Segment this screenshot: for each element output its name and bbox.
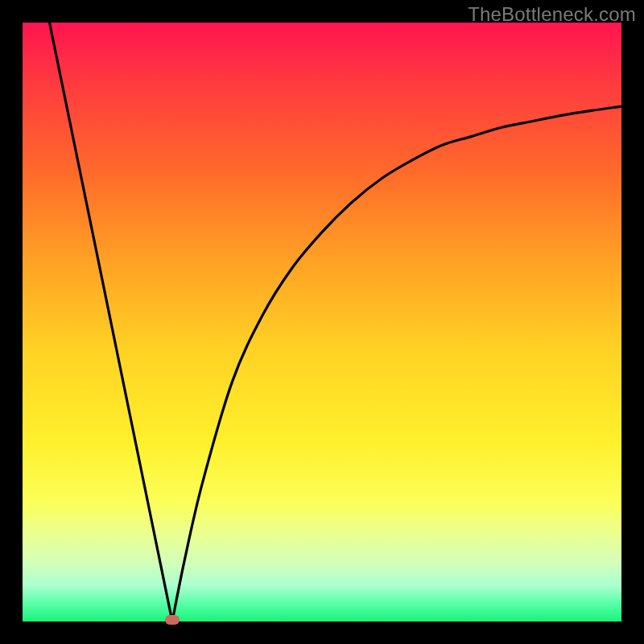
curve-path: [49, 23, 621, 621]
chart-frame: TheBottleneck.com: [0, 0, 644, 644]
minimum-marker: [165, 615, 180, 625]
watermark-text: TheBottleneck.com: [468, 3, 636, 26]
plot-area: [23, 23, 621, 621]
bottleneck-curve: [23, 23, 621, 621]
